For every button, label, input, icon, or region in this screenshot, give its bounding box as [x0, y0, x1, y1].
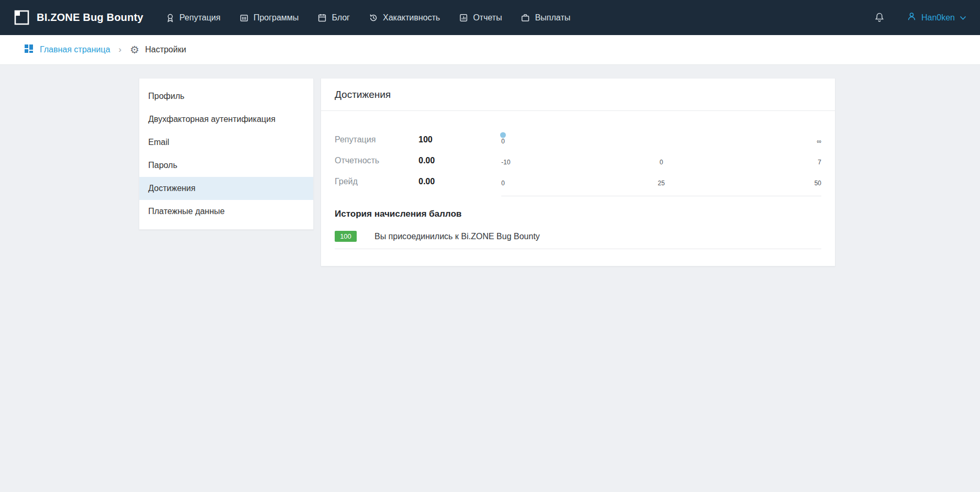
- breadcrumb: Главная страница › ⚙ Настройки: [0, 35, 980, 65]
- top-navbar: BI.ZONE Bug Bounty Репутация Программы: [0, 0, 980, 35]
- menu-item-password[interactable]: Пароль: [139, 154, 313, 177]
- scale-min: -10: [501, 159, 510, 166]
- metric-label: Отчетность: [335, 156, 419, 165]
- history-row: 100 Вы присоединились к Bi.ZONE Bug Boun…: [335, 231, 821, 249]
- nav-item-blog[interactable]: Блог: [317, 13, 350, 23]
- nav-item-label: Блог: [332, 13, 350, 23]
- building-icon: [239, 13, 249, 23]
- metric-row-reporting: Отчетность 0.00 -10 0 7: [335, 150, 821, 171]
- breadcrumb-current-label: Настройки: [145, 45, 186, 54]
- nav-item-label: Выплаты: [535, 13, 570, 23]
- menu-item-profile[interactable]: Профиль: [139, 85, 313, 108]
- metric-row-grade: Грейд 0.00 0 25 50: [335, 171, 821, 192]
- bell-icon[interactable]: [874, 12, 885, 23]
- logo-text: BI.ZONE Bug Bounty: [37, 12, 144, 24]
- user-menu[interactable]: Han0ken: [907, 12, 966, 24]
- username: Han0ken: [921, 13, 955, 23]
- scale-min: 0: [501, 180, 505, 187]
- nav-item-label: Хакактивность: [383, 13, 440, 23]
- dashboard-grid-icon: [24, 43, 34, 56]
- reputation-slider: 0 ∞: [501, 135, 821, 145]
- scale-mid: 0: [659, 159, 663, 166]
- breadcrumb-home-label: Главная страница: [40, 45, 110, 54]
- reporting-slider: -10 0 7: [501, 156, 821, 166]
- metric-value: 100: [419, 135, 501, 144]
- bizone-logo-icon: [14, 9, 30, 26]
- metric-label: Грейд: [335, 177, 419, 186]
- achievements-title: Достижения: [321, 79, 835, 111]
- grade-slider: 0 25 50: [501, 177, 821, 187]
- breadcrumb-separator-icon: ›: [118, 44, 122, 55]
- nav-item-label: Репутация: [180, 13, 221, 23]
- main-content: Профиль Двухфакторная аутентификация Ema…: [0, 65, 980, 266]
- user-icon: [907, 12, 917, 24]
- nav-item-label: Отчеты: [473, 13, 502, 23]
- scale-min: 0: [501, 138, 505, 145]
- scale-mid: 25: [658, 180, 665, 187]
- metric-label: Репутация: [335, 135, 419, 144]
- report-icon: [459, 13, 468, 23]
- menu-item-payment-data[interactable]: Платежные данные: [139, 200, 313, 223]
- history-text: Вы присоединились к Bi.ZONE Bug Bounty: [375, 232, 540, 241]
- points-badge: 100: [335, 231, 357, 242]
- scale-max: 7: [818, 159, 821, 166]
- achievements-panel: Достижения Репутация 100 0 ∞ Отчетн: [321, 78, 835, 266]
- main-nav: Репутация Программы Блог: [166, 13, 570, 23]
- scale-max: 50: [814, 180, 821, 187]
- slider-labels: -10 0 7: [501, 159, 821, 166]
- breadcrumb-current: ⚙ Настройки: [130, 44, 186, 55]
- nav-item-payouts[interactable]: Выплаты: [521, 13, 570, 23]
- settings-menu: Профиль Двухфакторная аутентификация Ema…: [139, 78, 314, 230]
- nav-item-label: Программы: [254, 13, 299, 23]
- slider-labels: 0 ∞: [501, 138, 821, 145]
- points-history-section: История начисления баллов 100 Вы присоед…: [321, 209, 835, 266]
- nav-item-reports[interactable]: Отчеты: [459, 13, 502, 23]
- slider-handle[interactable]: [500, 132, 506, 138]
- history-icon: [369, 13, 378, 23]
- breadcrumb-home[interactable]: Главная страница: [24, 43, 110, 56]
- menu-item-email[interactable]: Email: [139, 131, 313, 154]
- navbar-right: Han0ken: [874, 12, 966, 24]
- menu-item-achievements[interactable]: Достижения: [139, 177, 313, 200]
- chevron-down-icon: [960, 13, 966, 23]
- calendar-icon: [317, 13, 327, 23]
- metric-value: 0.00: [419, 156, 501, 165]
- points-history-title: История начисления баллов: [335, 209, 821, 219]
- metric-row-reputation: Репутация 100 0 ∞: [335, 129, 821, 150]
- logo[interactable]: BI.ZONE Bug Bounty: [14, 9, 144, 26]
- nav-item-hackactivity[interactable]: Хакактивность: [369, 13, 440, 23]
- metric-value: 0.00: [419, 177, 501, 186]
- metrics-section: Репутация 100 0 ∞ Отчетность 0.00: [321, 111, 835, 196]
- menu-item-2fa[interactable]: Двухфакторная аутентификация: [139, 108, 313, 131]
- briefcase-icon: [521, 13, 530, 23]
- metrics-divider: [501, 196, 821, 196]
- nav-item-reputation[interactable]: Репутация: [166, 13, 221, 23]
- gear-icon: ⚙: [130, 44, 139, 55]
- award-icon: [166, 13, 175, 23]
- nav-item-programs[interactable]: Программы: [239, 13, 299, 23]
- slider-labels: 0 25 50: [501, 180, 821, 187]
- scale-max: ∞: [817, 138, 821, 145]
